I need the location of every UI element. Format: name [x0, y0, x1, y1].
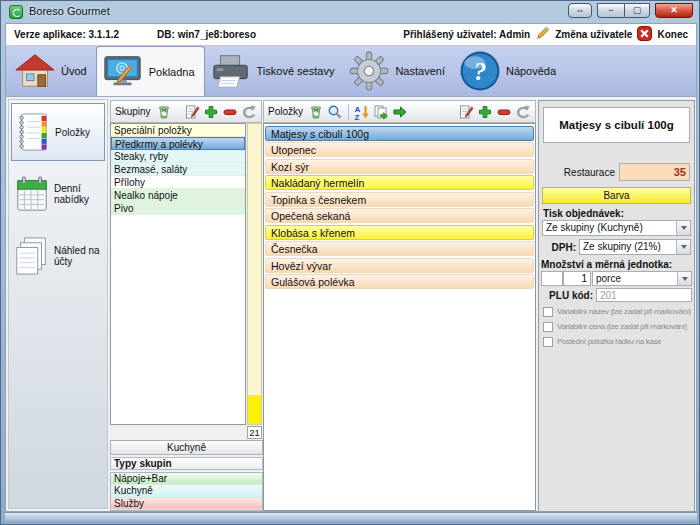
groups-toolbar: Skupiny: [110, 100, 262, 123]
calendar-icon: [13, 172, 51, 216]
group-row[interactable]: Předkrmy a polévky: [111, 137, 245, 150]
svg-text:?: ?: [474, 58, 487, 85]
group-row[interactable]: Bezmasé, saláty: [111, 163, 245, 176]
item-row[interactable]: Nakládaný hermelín: [265, 175, 534, 190]
item-row[interactable]: Opečená sekaná: [265, 208, 534, 223]
maximize-button[interactable]: ▢: [624, 3, 650, 18]
group-types-header: Typy skupin: [110, 457, 263, 470]
undo-icon[interactable]: [515, 104, 531, 120]
group-row[interactable]: Speciální položky: [111, 124, 245, 137]
item-row[interactable]: Kozí sýr: [265, 159, 534, 174]
tab-pokladna[interactable]: Pokladna: [96, 46, 205, 96]
sheets-icon: [13, 234, 51, 278]
gear-icon: [348, 50, 390, 92]
item-row[interactable]: Hovězí vývar: [265, 258, 534, 273]
group-type-row[interactable]: Kuchyně: [111, 485, 262, 497]
sidebar-item-polozky[interactable]: Položky: [11, 103, 105, 161]
quantity-input[interactable]: [563, 271, 591, 286]
sidebar-item-denni-nabidky[interactable]: Denní nabídky: [11, 165, 105, 223]
trash-icon[interactable]: [308, 104, 324, 120]
left-sidebar: Položky Denní nabídky: [8, 99, 108, 509]
undo-icon[interactable]: [241, 104, 257, 120]
item-row[interactable]: Česnečka: [265, 241, 534, 256]
group-type-row[interactable]: Služby: [111, 498, 262, 510]
detail-title: Matjesy s cibulí 100g: [543, 107, 690, 143]
printer-icon: [210, 50, 252, 92]
group-type-row[interactable]: Nápoje+Bar: [111, 473, 262, 485]
db-label: DB: win7_je8:boreso: [157, 29, 256, 40]
items-toolbar: Položky A Z: [263, 100, 536, 123]
item-row[interactable]: Matjesy s cibulí 100g: [265, 126, 534, 141]
price-label: Restaurace: [547, 167, 615, 178]
add-icon[interactable]: [477, 104, 493, 120]
remove-icon[interactable]: [222, 104, 238, 120]
groups-toolbar-label: Skupiny: [115, 106, 151, 117]
home-icon: [14, 50, 56, 92]
tab-napoveda[interactable]: ? Nápověda: [454, 46, 565, 96]
window-frame: Boreso Gourmet ⇔ – ▢ ✕ Verze aplikace: 3…: [0, 0, 700, 525]
tab-bar: Úvod Pokladna Tiskové s: [5, 46, 697, 96]
groups-list: Speciální položkyPředkrmy a polévkySteak…: [110, 123, 246, 425]
kitchen-button[interactable]: Kuchyně: [110, 440, 263, 455]
item-row[interactable]: Topinka s česnekem: [265, 192, 534, 207]
svg-text:Z: Z: [355, 112, 360, 120]
change-user-label[interactable]: Změna uživatele: [555, 29, 632, 40]
checkbox-icon[interactable]: [543, 307, 553, 317]
move-right-icon[interactable]: [392, 104, 408, 120]
sort-az-icon[interactable]: A Z: [354, 104, 370, 120]
items-list: Matjesy s cibulí 100gUtopenecKozí sýrNak…: [263, 123, 536, 511]
vat-select[interactable]: Ze skupiny (21%): [579, 239, 691, 255]
remove-icon[interactable]: [496, 104, 512, 120]
change-user-icon[interactable]: [535, 26, 550, 43]
checkbox-row[interactable]: Poslední položka řádku na kase: [543, 335, 693, 348]
group-row[interactable]: Pivo: [111, 202, 245, 215]
copy-icon[interactable]: [373, 104, 389, 120]
print-orders-label: Tisk objednávek:: [543, 208, 624, 219]
item-row[interactable]: Gulášová polévka: [265, 274, 534, 289]
group-row[interactable]: Steaky, ryby: [111, 150, 245, 163]
quantity-aux-input[interactable]: [541, 271, 563, 286]
app-version-label: Verze aplikace: 3.1.1.2: [14, 29, 119, 40]
cash-desk-icon: [102, 51, 144, 93]
exit-label[interactable]: Konec: [657, 29, 688, 40]
tab-uvod[interactable]: Úvod: [9, 46, 96, 96]
item-row[interactable]: Utopenec: [265, 142, 534, 157]
trash-icon[interactable]: [156, 104, 172, 120]
window-bottom-frame: [5, 512, 697, 521]
chevron-down-icon[interactable]: [676, 240, 690, 254]
tab-nastaveni[interactable]: Nastavení: [343, 46, 454, 96]
info-bar: Verze aplikace: 3.1.1.2 DB: win7_je8:bor…: [5, 23, 697, 46]
sidebar-item-nahled-na-ucty[interactable]: Náhled na účty: [11, 227, 105, 285]
chevron-down-icon[interactable]: [676, 221, 690, 235]
notebook-icon: [14, 110, 52, 154]
unit-select[interactable]: porce: [592, 271, 692, 286]
chevron-down-icon[interactable]: [677, 272, 691, 285]
add-icon[interactable]: [203, 104, 219, 120]
group-row[interactable]: Přílohy: [111, 176, 245, 189]
plu-input[interactable]: [596, 288, 692, 302]
minimize-button[interactable]: –: [597, 3, 624, 18]
window-extra-button[interactable]: ⇔: [568, 3, 592, 18]
group-type-row[interactable]: Ostatní: [111, 510, 262, 511]
group-row[interactable]: Nealko nápoje: [111, 189, 245, 202]
quantity-unit-label: Množství a měrná jednotka:: [541, 259, 672, 270]
search-icon[interactable]: [327, 104, 343, 120]
price-input[interactable]: [619, 163, 690, 181]
tab-tiskove-sestavy[interactable]: Tiskové sestavy: [205, 46, 344, 96]
checkbox-icon[interactable]: [543, 322, 553, 332]
edit-icon[interactable]: [184, 104, 200, 120]
color-button[interactable]: Barva: [542, 187, 691, 204]
checkbox-icon[interactable]: [543, 337, 553, 347]
vat-label: DPH:: [542, 242, 576, 253]
checkbox-row[interactable]: Variabilní cena (lze zadat při markování…: [543, 320, 693, 333]
group-count-strip: [247, 123, 262, 425]
edit-icon[interactable]: [458, 104, 474, 120]
print-orders-select[interactable]: Ze skupiny (Kuchyně): [542, 220, 691, 236]
exit-icon[interactable]: [637, 26, 652, 43]
plu-label: PLU kód:: [541, 290, 593, 301]
help-icon: ?: [459, 50, 501, 92]
close-button[interactable]: ✕: [655, 3, 693, 18]
checkbox-row[interactable]: Variabilní název (lze zadat při markován…: [543, 305, 693, 318]
titlebar: Boreso Gourmet ⇔ – ▢ ✕: [1, 1, 700, 23]
item-row[interactable]: Klobása s křenem: [265, 225, 534, 240]
